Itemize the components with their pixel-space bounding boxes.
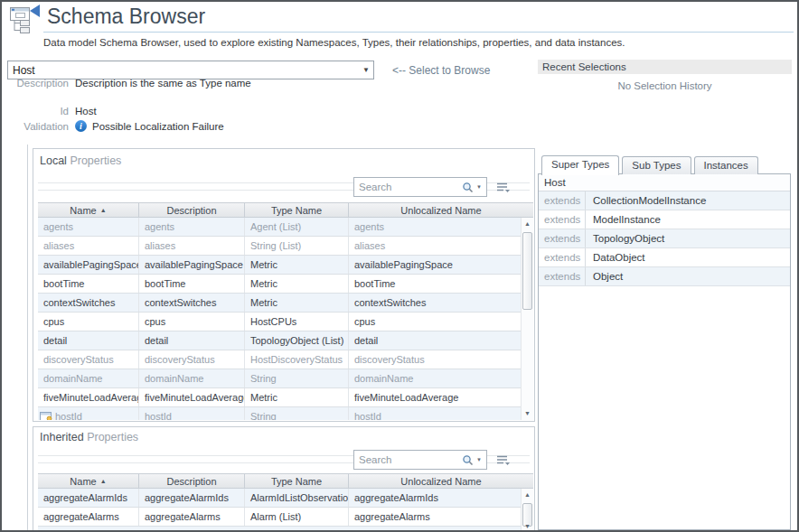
cell-description: discoveryStatus xyxy=(139,350,245,369)
tab-super-types[interactable]: Super Types xyxy=(541,155,619,175)
cell-name: detail xyxy=(38,331,139,350)
property-row-aggregatealarmids[interactable]: aggregateAlarmIdsaggregateAlarmIdsAlarmI… xyxy=(38,489,521,508)
cell-type-name: Metric xyxy=(245,294,349,312)
scroll-down-icon[interactable]: ▼ xyxy=(522,520,533,532)
search-input[interactable] xyxy=(354,182,462,192)
search-input[interactable] xyxy=(354,454,462,465)
cell-description: bootTime xyxy=(139,275,245,293)
search-box[interactable]: ▼ xyxy=(353,450,487,470)
panel-divider xyxy=(27,145,28,530)
search-icon[interactable] xyxy=(462,454,474,466)
tab-sub-types[interactable]: Sub Types xyxy=(622,156,691,174)
search-options-caret-icon[interactable]: ▼ xyxy=(474,457,486,462)
type-tabs: Super TypesSub TypesInstances xyxy=(538,154,793,174)
cell-name: bootTime xyxy=(38,275,139,293)
property-row-boottime[interactable]: bootTimebootTimeMetricbootTime xyxy=(38,275,521,294)
super-types-tab-content: Host extendsCollectionModelInstanceexten… xyxy=(538,173,791,530)
type-select-value: Host xyxy=(8,64,359,77)
property-row-aggregatealarms[interactable]: aggregateAlarmsaggregateAlarmsAlarm (Lis… xyxy=(38,508,521,527)
search-options-caret-icon[interactable]: ▼ xyxy=(474,184,486,190)
cell-name: cpus xyxy=(38,313,139,331)
relation-label: extends xyxy=(539,267,586,285)
customize-columns-icon[interactable] xyxy=(496,454,511,466)
cell-unlocalized-name: aliases xyxy=(349,237,521,255)
cell-unlocalized-name: contextSwitches xyxy=(349,294,521,312)
info-icon[interactable]: i xyxy=(75,120,87,132)
column-header-unlocalized-name[interactable]: Unlocalized Name xyxy=(349,474,533,488)
column-header-unlocalized-name[interactable]: Unlocalized Name xyxy=(349,203,533,217)
cell-type-name: String xyxy=(245,407,349,420)
type-select[interactable]: Host ▼ xyxy=(7,61,374,79)
validation-label: Validation xyxy=(7,121,69,132)
type-relations-panel: Super TypesSub TypesInstances Host exten… xyxy=(538,154,793,530)
column-header-description[interactable]: Description xyxy=(139,474,245,488)
column-header-name[interactable]: Name▲ xyxy=(38,203,139,217)
panel-title-primary: Inherited xyxy=(40,431,84,443)
property-row-availablepagingspace[interactable]: availablePagingSpaceavailablePagingSpace… xyxy=(38,256,521,275)
property-row-contextswitches[interactable]: contextSwitchescontextSwitchesMetriccont… xyxy=(38,294,521,313)
property-row-fiveminuteloadaverage[interactable]: fiveMinuteLoadAveragefiveMinuteLoadAvera… xyxy=(38,388,521,407)
sort-ascending-icon: ▲ xyxy=(100,207,107,213)
cell-name: contextSwitches xyxy=(38,294,139,312)
column-header-name[interactable]: Name▲ xyxy=(38,474,139,488)
super-type-row-dataobject[interactable]: extendsDataObject xyxy=(539,248,790,267)
cell-unlocalized-name: availablePagingSpace xyxy=(349,256,521,274)
cell-unlocalized-name: fiveMinuteLoadAverage xyxy=(349,388,521,406)
property-row-cpus[interactable]: cpuscpusHostCPUscpus xyxy=(38,313,521,331)
cell-description: aggregateAlarms xyxy=(139,508,245,526)
scrollbar-thumb[interactable] xyxy=(522,232,532,310)
cell-unlocalized-name: aggregateAlarmIds xyxy=(349,489,521,507)
recent-selections-title: Recent Selections xyxy=(538,60,792,74)
column-header-type-name[interactable]: Type Name xyxy=(245,203,349,217)
schema-browser-window: Schema Browser Data model Schema Browser… xyxy=(0,0,799,532)
cell-name: hostId xyxy=(38,407,139,420)
vertical-scrollbar[interactable]: ▲ ▼ xyxy=(521,489,533,532)
tab-instances[interactable]: Instances xyxy=(694,156,758,174)
super-type-row-object[interactable]: extendsObject xyxy=(539,267,790,286)
property-row-discoverystatus[interactable]: discoveryStatusdiscoveryStatusHostDiscov… xyxy=(38,350,521,369)
super-type-name: ModelInstance xyxy=(586,210,661,229)
scroll-up-icon[interactable]: ▲ xyxy=(522,489,533,501)
cell-name: aggregateAlarmIds xyxy=(38,489,139,507)
cell-name: availablePagingSpace xyxy=(38,256,139,274)
cell-type-name: HostDiscoveryStatus xyxy=(245,350,349,369)
cell-unlocalized-name: hostId xyxy=(349,407,521,420)
super-type-row-modelinstance[interactable]: extendsModelInstance xyxy=(539,210,790,229)
property-row-agents[interactable]: agentsagentsAgent (List)agents xyxy=(38,218,521,237)
sort-ascending-icon: ▲ xyxy=(100,478,107,484)
cell-description: domainName xyxy=(139,369,245,387)
scroll-up-icon[interactable]: ▲ xyxy=(522,218,533,230)
property-row-domainname[interactable]: domainNamedomainNameStringdomainName xyxy=(38,369,521,388)
super-type-name: CollectionModelInstance xyxy=(586,191,706,210)
description-value: Description is the same as Type name xyxy=(75,78,251,89)
cell-type-name: Metric xyxy=(245,256,349,274)
cell-unlocalized-name: discoveryStatus xyxy=(349,350,521,369)
super-type-name: DataObject xyxy=(586,248,645,266)
cell-name: aggregateAlarms xyxy=(38,508,139,526)
search-box[interactable]: ▼ xyxy=(353,177,487,197)
panel-title-secondary: Properties xyxy=(70,154,121,167)
relation-label: extends xyxy=(539,248,586,266)
property-row-detail[interactable]: detaildetailTopologyObject (List)detail xyxy=(38,331,521,350)
super-type-row-topologyobject[interactable]: extendsTopologyObject xyxy=(539,229,790,248)
type-name-header: Host xyxy=(539,174,790,191)
cell-name: discoveryStatus xyxy=(38,350,139,369)
local-properties-panel: Local Properties ▼ Name▲DescriptionType … xyxy=(33,148,535,422)
property-row-aliases[interactable]: aliasesaliasesString (List)aliases xyxy=(38,237,521,256)
page-title: Schema Browser xyxy=(47,5,205,29)
super-type-row-collectionmodelinstance[interactable]: extendsCollectionModelInstance xyxy=(539,191,790,210)
property-row-hostid[interactable]: hostIdhostIdStringhostId xyxy=(38,407,521,420)
chevron-down-icon[interactable]: ▼ xyxy=(359,66,373,74)
inherited-properties-toolbar: ▼ xyxy=(33,447,534,472)
column-header-description[interactable]: Description xyxy=(139,203,245,217)
validation-row: Validation i Possible Localization Failu… xyxy=(7,120,224,132)
customize-columns-icon[interactable] xyxy=(496,182,511,193)
vertical-scrollbar[interactable]: ▲ ▼ xyxy=(521,218,533,420)
column-header-type-name[interactable]: Type Name xyxy=(245,474,349,488)
cell-description: contextSwitches xyxy=(139,294,245,312)
relation-label: extends xyxy=(539,210,586,229)
cell-unlocalized-name: agents xyxy=(349,218,521,236)
cell-unlocalized-name: domainName xyxy=(349,369,521,387)
scroll-down-icon[interactable]: ▼ xyxy=(522,407,533,420)
search-icon[interactable] xyxy=(462,182,474,193)
